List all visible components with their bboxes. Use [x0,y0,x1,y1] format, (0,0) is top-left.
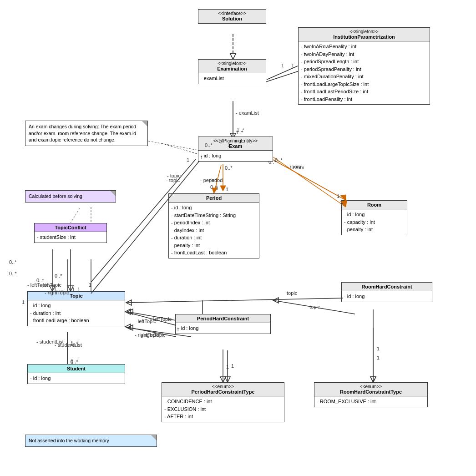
room-field-2: - penalty : int [344,226,405,233]
exam-box: <<@PlanningEntity>> Exam - id : long [198,137,273,162]
svg-text:1: 1 [22,299,25,305]
period-hard-constraint-type-field-2: - AFTER : int [164,413,282,420]
room-hard-constraint-box: RoomHardConstraint - id : long [341,282,432,302]
topic-conflict-box: TopicConflict - studentSize : int [34,223,107,243]
svg-line-96 [125,312,176,325]
svg-text:- rightTopic: - rightTopic [141,332,166,338]
room-field-0: - id : long [344,211,405,218]
svg-text:1: 1 [337,193,339,199]
not-asserted-note: Not asserted into the working memory [25,435,157,447]
svg-text:- topic: - topic [167,173,181,178]
svg-text:1: 1 [187,157,189,162]
svg-marker-13 [340,195,346,200]
period-hard-constraint-type-stereotype: <<enum>> [164,384,282,389]
not-asserted-text: Not asserted into the working memory [29,438,109,443]
svg-text:0..*: 0..* [210,184,218,190]
exam-field-0: - id : long [201,152,270,160]
period-field-2: - periodIndex : int [171,219,257,227]
svg-marker-88 [68,286,73,291]
student-field-0: - id : long [30,375,122,382]
svg-marker-40 [127,309,133,314]
svg-text:0..*: 0..* [55,273,62,279]
svg-marker-8 [220,186,226,191]
svg-text:1..*: 1..* [71,341,78,347]
solution-stereotype: <<interface>> [201,11,263,16]
svg-text:1: 1 [226,364,229,370]
svg-text:- room: - room [287,164,301,169]
period-hard-constraint-body: - id : long [176,323,270,334]
period-header: Period [169,194,259,203]
period-hard-constraint-header: PeriodHardConstraint [176,314,270,323]
examination-name: Examination [201,66,263,71]
room-hard-constraint-field-0: - id : long [344,293,430,300]
svg-line-73 [273,157,346,207]
examination-field-0: - examList [201,75,263,82]
period-field-4: - duration : int [171,234,257,242]
room-hard-constraint-body: - id : long [342,291,432,302]
svg-marker-47 [225,377,230,382]
exam-changes-note: An exam changes during solving: The exam… [25,121,148,146]
institution-field-2: - periodSpreadLength : int [301,58,427,66]
exam-stereotype: <<@PlanningEntity>> [201,138,270,143]
svg-line-68 [214,165,221,193]
examination-stereotype: <<singleton>> [201,61,263,66]
period-hard-constraint-type-header: <<enum>> PeriodHardConstraintType [162,383,284,396]
topic-field-2: - frontLoadLarge : boolean [30,317,122,324]
svg-text:1..*: 1..* [236,130,243,135]
svg-line-57 [162,143,200,155]
svg-marker-44 [127,325,133,330]
topic-field-0: - id : long [30,302,122,309]
solution-header: <<interface>> Solution [198,10,266,23]
svg-text:- topic: - topic [166,177,180,183]
exam-name: Exam [201,143,270,149]
svg-text:- studentList: - studentList [36,339,64,344]
calculated-before-text: Calculated before solving [29,193,82,199]
period-field-6: - frontLoadLast : boolean [171,249,257,257]
svg-text:1: 1 [291,63,294,68]
period-field-0: - id : long [171,204,257,212]
institution-field-6: - frontLoadLastPeriodSize : int [301,88,427,96]
svg-text:1: 1 [281,63,284,68]
topic-conflict-field-0: - studentSize : int [37,233,104,241]
period-body: - id : long - startDateTimeString : Stri… [169,203,259,258]
period-hard-constraint-type-name: PeriodHardConstraintType [164,389,282,395]
topic-conflict-body: - studentSize : int [35,232,106,243]
examination-box: <<singleton>> Examination - examList [198,59,266,84]
period-hard-constraint-name: PeriodHardConstraint [178,316,268,321]
period-field-5: - penalty : int [171,242,257,249]
svg-marker-110 [370,377,376,382]
svg-marker-1 [230,54,236,59]
svg-text:topic: topic [309,304,320,309]
svg-text:1: 1 [226,187,228,192]
exam-body: - id : long [198,151,273,161]
room-hard-constraint-header: RoomHardConstraint [342,283,432,291]
solution-box: <<interface>> Solution [198,9,266,24]
topic-box: Topic - id : long - duration : int - fro… [27,291,125,326]
institution-field-1: - twoInADayPenalty : int [301,51,427,58]
svg-line-112 [148,141,198,150]
period-hard-constraint-field-0: - id : long [178,324,268,332]
student-box: Student - id : long [27,364,125,384]
room-field-1: - capacity : int [344,218,405,226]
institution-field-5: - frontLoadLargeTopicSize : int [301,81,427,88]
topic-field-1: - duration : int [30,309,122,317]
svg-text:1: 1 [377,355,380,360]
svg-line-63 [267,66,298,80]
svg-text:0..*: 0..* [71,359,78,364]
room-hard-constraint-type-name: RoomHardConstraintType [317,389,425,395]
institution-name: InstitutionParametrization [301,34,427,40]
svg-text:0..*: 0..* [36,278,44,283]
room-name: Room [344,202,405,208]
svg-text:0..*: 0..* [275,157,283,163]
svg-text:- leftTopic: - leftTopic [27,282,49,288]
topic-conflict-name: TopicConflict [37,225,104,230]
room-hard-constraint-type-header: <<enum>> RoomHardConstraintType [314,383,427,396]
svg-text:1..*: 1..* [71,340,78,346]
svg-line-12 [264,155,346,200]
period-hard-constraint-box: PeriodHardConstraint - id : long [175,314,271,334]
exam-header: <<@PlanningEntity>> Exam [198,137,273,151]
svg-marker-104 [220,377,226,382]
institution-body: - twoInARowPenality : int - twoInADayPen… [299,41,430,104]
topic-header: Topic [28,292,125,300]
svg-text:topic: topic [287,290,298,296]
